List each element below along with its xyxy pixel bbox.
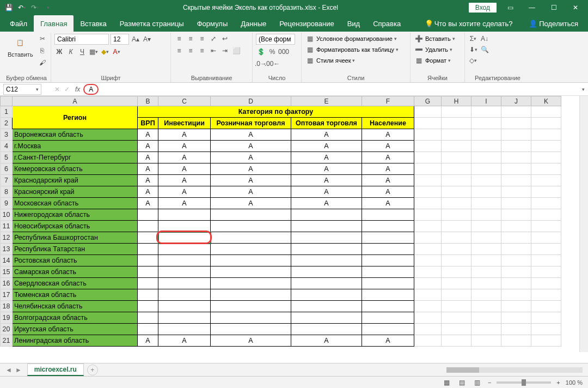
format-as-table[interactable]: ▦Форматировать как таблицу▾ <box>305 45 399 54</box>
increase-font-icon[interactable]: A▴ <box>131 34 140 44</box>
zoom-out-icon[interactable]: − <box>488 379 491 386</box>
cell[interactable] <box>211 244 291 255</box>
cell[interactable] <box>471 129 501 141</box>
cell[interactable] <box>211 289 291 301</box>
vertical-scrollbar[interactable] <box>579 96 588 352</box>
font-name-select[interactable] <box>54 34 109 45</box>
cell[interactable] <box>501 324 531 335</box>
cell[interactable] <box>531 209 561 221</box>
header-category[interactable]: Категория по фактору <box>138 106 414 118</box>
row-header-10[interactable]: 10 <box>1 209 13 221</box>
cell-region[interactable]: г.Санкт-Петербург <box>13 152 138 163</box>
borders-icon[interactable]: ▦▾ <box>89 47 99 57</box>
cell[interactable]: А <box>211 129 291 141</box>
cell[interactable] <box>442 301 471 312</box>
cell[interactable] <box>471 278 501 289</box>
cell[interactable] <box>362 278 414 289</box>
cell[interactable]: А <box>362 129 414 141</box>
cell[interactable] <box>471 186 501 198</box>
cut-icon[interactable]: ✂ <box>38 34 47 44</box>
cell[interactable] <box>442 129 471 141</box>
insert-cells[interactable]: ➕Вставить▾ <box>414 34 455 44</box>
cell[interactable] <box>414 221 442 232</box>
cell[interactable]: А <box>138 175 158 186</box>
find-icon[interactable]: 🔍 <box>480 45 489 54</box>
tab-help[interactable]: Справка <box>366 15 407 32</box>
cell[interactable] <box>138 244 158 255</box>
cell[interactable] <box>414 141 442 152</box>
cell[interactable] <box>442 278 471 289</box>
cell[interactable] <box>291 221 362 232</box>
cell[interactable]: А <box>138 163 158 175</box>
tab-review[interactable]: Рецензирование <box>273 15 340 32</box>
cell[interactable] <box>291 255 362 266</box>
close-icon[interactable]: ✕ <box>567 2 584 13</box>
fill-color-icon[interactable]: ◆▾ <box>100 47 110 57</box>
cell[interactable] <box>291 289 362 301</box>
column-header-C[interactable]: C <box>158 96 211 106</box>
cell[interactable] <box>414 244 442 255</box>
wrap-text-icon[interactable]: ↩ <box>220 34 230 44</box>
cell[interactable] <box>531 198 561 209</box>
autosum-icon[interactable]: Σ▾ <box>468 34 478 44</box>
cell[interactable]: А <box>158 152 211 163</box>
cell[interactable]: А <box>291 175 362 186</box>
cell[interactable]: А <box>211 163 291 175</box>
cell[interactable] <box>211 324 291 335</box>
cell[interactable] <box>531 255 561 266</box>
format-painter-icon[interactable]: 🖌 <box>38 58 47 68</box>
cell-region[interactable]: Нижегородская область <box>13 209 138 221</box>
cell[interactable] <box>158 232 211 244</box>
cell[interactable] <box>414 278 442 289</box>
cell[interactable] <box>414 255 442 266</box>
delete-cells[interactable]: ➖Удалить▾ <box>414 45 452 54</box>
cell[interactable] <box>138 209 158 221</box>
cell[interactable] <box>531 221 561 232</box>
cell[interactable] <box>414 324 442 335</box>
align-right-icon[interactable]: ≡ <box>197 46 207 56</box>
cell[interactable] <box>362 312 414 324</box>
row-header-3[interactable]: 3 <box>1 129 13 141</box>
expand-formula-bar-icon[interactable]: ▾ <box>582 87 585 92</box>
cell[interactable] <box>291 209 362 221</box>
select-all-corner[interactable] <box>1 96 13 106</box>
cell-region[interactable]: Челябинская область <box>13 301 138 312</box>
row-header-14[interactable]: 14 <box>1 255 13 266</box>
cell[interactable] <box>501 163 531 175</box>
cell[interactable] <box>211 209 291 221</box>
cell-region[interactable]: Иркутская область <box>13 324 138 335</box>
cell[interactable] <box>414 129 442 141</box>
cell[interactable] <box>211 221 291 232</box>
currency-icon[interactable]: 💲 <box>256 47 266 57</box>
cell[interactable] <box>362 232 414 244</box>
cell-region[interactable]: Красноярский край <box>13 186 138 198</box>
cell[interactable] <box>362 301 414 312</box>
column-header-K[interactable]: K <box>531 96 561 106</box>
tab-formulas[interactable]: Формулы <box>191 15 235 32</box>
cell[interactable] <box>442 198 471 209</box>
cell-region[interactable]: Волгоградская область <box>13 312 138 324</box>
cell[interactable] <box>501 118 531 129</box>
align-left-icon[interactable]: ≡ <box>174 46 184 56</box>
cell[interactable] <box>471 141 501 152</box>
row-header-18[interactable]: 18 <box>1 301 13 312</box>
cell[interactable] <box>531 106 561 118</box>
subheader-1[interactable]: Инвестиции <box>158 118 211 129</box>
paste-button[interactable]: 📋 Вставить <box>5 34 35 59</box>
cell[interactable]: А <box>211 175 291 186</box>
cell[interactable]: А <box>138 335 158 347</box>
cell[interactable] <box>442 324 471 335</box>
cancel-icon[interactable]: ✕ <box>52 84 62 94</box>
sheet-tab[interactable]: microexcel.ru <box>27 363 84 376</box>
sort-icon[interactable]: A↓ <box>480 34 489 44</box>
cell[interactable]: А <box>211 141 291 152</box>
cell[interactable] <box>211 255 291 266</box>
cell[interactable]: А <box>138 129 158 141</box>
fx-icon[interactable]: fx <box>72 86 83 93</box>
cell[interactable]: А <box>291 141 362 152</box>
column-header-E[interactable]: E <box>291 96 362 106</box>
cell[interactable] <box>471 244 501 255</box>
cell[interactable] <box>414 312 442 324</box>
cell[interactable]: А <box>362 152 414 163</box>
cell[interactable] <box>501 209 531 221</box>
